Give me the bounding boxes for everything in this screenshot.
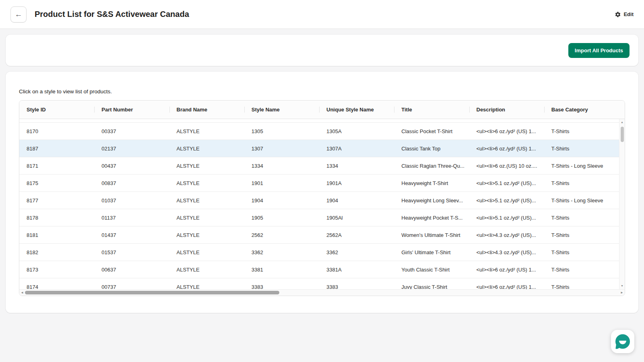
table-cell-brand: ALSTYLE	[169, 163, 244, 169]
table-row[interactable]: 817300637ALSTYLE33813381AYouth Classic T…	[19, 261, 619, 278]
scroll-down-arrow-icon[interactable]: ▼	[621, 284, 623, 288]
column-header: Base Category	[544, 107, 619, 113]
gear-icon	[615, 11, 621, 18]
scroll-up-arrow-icon[interactable]: ▲	[621, 120, 623, 125]
table-cell-title: Classic Tank Top	[394, 146, 469, 152]
table-cell-style_id: 8182	[19, 249, 94, 255]
table-cell-description: <ul><li>5.1 oz./yd² (US)...	[469, 197, 544, 204]
import-card: Import All Products	[6, 35, 638, 66]
table-cell-base_category: T-Shirts	[544, 128, 619, 134]
table-cell-style_id: 8177	[19, 197, 94, 204]
table-cell-part_number: 00637	[94, 267, 169, 273]
product-list-card: Click on a style to view list of product…	[6, 72, 638, 313]
horizontal-scrollbar-thumb[interactable]	[25, 291, 279, 294]
table-cell-title: Heavyweight T-Shirt	[394, 180, 469, 186]
table-cell-base_category: T-Shirts - Long Sleeve	[544, 163, 619, 169]
table-cell-style_id: 8171	[19, 163, 94, 169]
column-header: Title	[394, 107, 469, 113]
back-arrow-icon: ←	[15, 10, 23, 19]
page-title: Product List for S&S Activewear Canada	[35, 10, 189, 19]
table-cell-base_category: T-Shirts	[544, 267, 619, 273]
table-row[interactable]: 817000337ALSTYLE13051305AClassic Pocket …	[19, 123, 619, 140]
column-header: Brand Name	[169, 107, 244, 113]
table-row[interactable]: 817500837ALSTYLE19011901AHeavyweight T-S…	[19, 175, 619, 192]
table-cell-title: Women's Ultimate T-Shirt	[394, 232, 469, 238]
table-cell-style_id: 8181	[19, 232, 94, 238]
chat-bubble-icon	[615, 334, 630, 349]
table-cell-title: Heavyweight Pocket T-S...	[394, 215, 469, 221]
column-header: Part Number	[94, 107, 169, 113]
table-row[interactable]: 818702137ALSTYLE13071307AClassic Tank To…	[19, 140, 619, 157]
table-cell-part_number: 01037	[94, 197, 169, 204]
table-cell-style_name: 1905	[244, 215, 319, 221]
table-cell-style_id: 8178	[19, 215, 94, 221]
table-cell-part_number: 00337	[94, 128, 169, 134]
table-cell-brand: ALSTYLE	[169, 232, 244, 238]
table-cell-style_name: 1904	[244, 197, 319, 204]
table-cell-title: Girls' Ultimate T-Shirt	[394, 249, 469, 255]
back-button[interactable]: ←	[10, 6, 27, 23]
table-cell-part_number: 01137	[94, 215, 169, 221]
table-cell-style_id: 8187	[19, 146, 94, 152]
horizontal-scrollbar[interactable]: ◄ ►	[19, 289, 625, 296]
column-header: Style ID	[19, 107, 94, 113]
table-rows-container: 817000337ALSTYLE13051305AClassic Pocket …	[19, 123, 619, 296]
table-cell-style_name: 3362	[244, 249, 319, 255]
chat-launcher-button[interactable]	[611, 330, 634, 353]
table-cell-style_id: 8170	[19, 128, 94, 134]
table-cell-unique_style_name: 1334	[319, 163, 394, 169]
column-header: Style Name	[244, 107, 319, 113]
table-cell-title: Classic Raglan Three-Qu...	[394, 163, 469, 169]
scroll-right-arrow-icon[interactable]: ►	[619, 291, 625, 294]
table-row[interactable]: 817801137ALSTYLE19051905AlHeavyweight Po…	[19, 209, 619, 226]
table-cell-unique_style_name: 3381A	[319, 267, 394, 273]
table-cell-unique_style_name: 1307A	[319, 146, 394, 152]
table-row[interactable]: 817701037ALSTYLE19041904Heavyweight Long…	[19, 192, 619, 209]
table-cell-description: <ul><li>6 oz./yd² (US) 1...	[469, 146, 544, 152]
vertical-scrollbar[interactable]: ▲ ▼	[619, 119, 625, 289]
table-cell-base_category: T-Shirts	[544, 215, 619, 221]
table-cell-description: <ul><li>4.3 oz./yd² (US)...	[469, 232, 544, 238]
scroll-left-arrow-icon[interactable]: ◄	[19, 291, 25, 294]
table-cell-unique_style_name: 1904	[319, 197, 394, 204]
table-row[interactable]: 817100437ALSTYLE13341334Classic Raglan T…	[19, 157, 619, 175]
table-cell-part_number: 02137	[94, 146, 169, 152]
top-bar: ← Product List for S&S Activewear Canada…	[0, 0, 644, 29]
table-cell-description: <ul><li>6 oz.(US) 10 oz....	[469, 163, 544, 169]
table-cell-base_category: T-Shirts	[544, 249, 619, 255]
table-cell-unique_style_name: 1901A	[319, 180, 394, 186]
table-cell-unique_style_name: 1305A	[319, 128, 394, 134]
table-cell-style_id: 8175	[19, 180, 94, 186]
edit-label: Edit	[623, 11, 634, 17]
table-cell-description: <ul><li>5.1 oz./yd² (US)...	[469, 180, 544, 186]
column-header: Description	[469, 107, 544, 113]
table-cell-description: <ul><li>6 oz./yd² (US) 1...	[469, 128, 544, 134]
table-cell-description: <ul><li>4.3 oz./yd² (US)...	[469, 249, 544, 255]
table-cell-description: <ul><li>5.1 oz./yd² (US)...	[469, 215, 544, 221]
table-cell-brand: ALSTYLE	[169, 249, 244, 255]
table-cell-part_number: 00837	[94, 180, 169, 186]
table-cell-unique_style_name: 1905Al	[319, 215, 394, 221]
table-body: 817000337ALSTYLE13051305AClassic Pocket …	[19, 119, 625, 296]
table-cell-style_name: 2562	[244, 232, 319, 238]
edit-button[interactable]: Edit	[615, 11, 634, 18]
vertical-scrollbar-thumb[interactable]	[621, 127, 624, 142]
table-cell-brand: ALSTYLE	[169, 180, 244, 186]
import-all-products-button[interactable]: Import All Products	[568, 43, 630, 58]
table-cell-unique_style_name: 3362	[319, 249, 394, 255]
table-cell-style_name: 1307	[244, 146, 319, 152]
table-row[interactable]: 818201537ALSTYLE33623362Girls' Ultimate …	[19, 244, 619, 261]
table-cell-style_name: 1305	[244, 128, 319, 134]
table-cell-title: Classic Pocket T-Shirt	[394, 128, 469, 134]
table-cell-base_category: T-Shirts - Long Sleeve	[544, 197, 619, 204]
instruction-text: Click on a style to view list of product…	[19, 88, 625, 95]
table-cell-brand: ALSTYLE	[169, 146, 244, 152]
table-cell-part_number: 01437	[94, 232, 169, 238]
partial-scrolled-row	[19, 119, 619, 123]
table-cell-brand: ALSTYLE	[169, 197, 244, 204]
table-cell-style_name: 3381	[244, 267, 319, 273]
table-cell-brand: ALSTYLE	[169, 267, 244, 273]
table-row[interactable]: 818101437ALSTYLE25622562AWomen's Ultimat…	[19, 226, 619, 244]
chat-bubble-mouth	[619, 341, 626, 344]
table-cell-unique_style_name: 2562A	[319, 232, 394, 238]
